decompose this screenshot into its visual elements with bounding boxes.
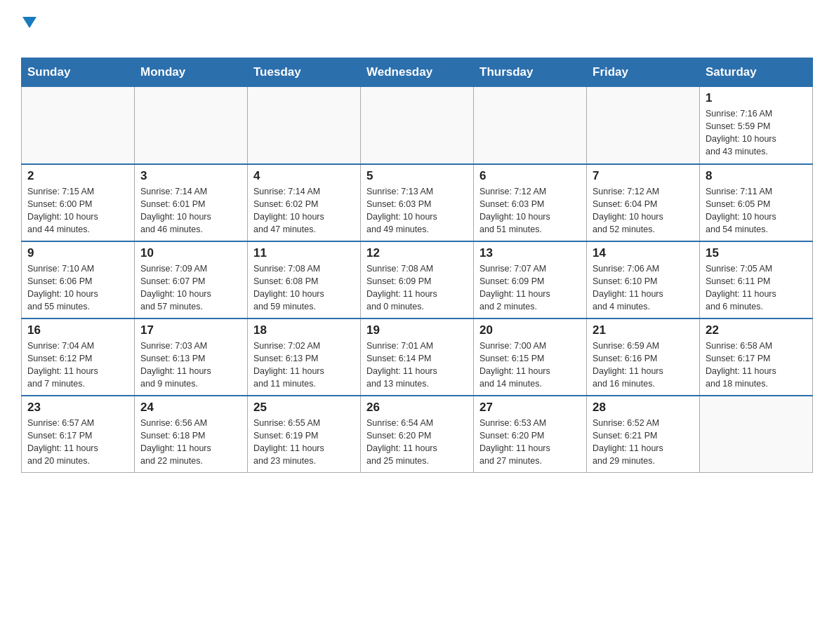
calendar-cell <box>587 87 700 164</box>
calendar-cell: 4Sunrise: 7:14 AMSunset: 6:02 PMDaylight… <box>248 164 361 241</box>
calendar-cell: 15Sunrise: 7:05 AMSunset: 6:11 PMDayligh… <box>700 241 813 318</box>
calendar-cell: 24Sunrise: 6:56 AMSunset: 6:18 PMDayligh… <box>135 396 248 473</box>
day-number: 20 <box>479 323 581 337</box>
calendar-cell: 11Sunrise: 7:08 AMSunset: 6:08 PMDayligh… <box>248 241 361 318</box>
day-info: Sunrise: 6:57 AMSunset: 6:17 PMDaylight:… <box>27 417 128 468</box>
day-info: Sunrise: 7:11 AMSunset: 6:05 PMDaylight:… <box>706 185 807 236</box>
calendar-cell: 16Sunrise: 7:04 AMSunset: 6:12 PMDayligh… <box>22 318 135 396</box>
calendar-cell: 14Sunrise: 7:06 AMSunset: 6:10 PMDayligh… <box>587 241 700 318</box>
day-info: Sunrise: 6:55 AMSunset: 6:19 PMDaylight:… <box>253 417 355 468</box>
calendar-cell: 19Sunrise: 7:01 AMSunset: 6:14 PMDayligh… <box>361 318 474 396</box>
day-number: 21 <box>593 323 694 337</box>
day-number: 22 <box>706 323 807 337</box>
day-number: 15 <box>706 246 807 260</box>
day-number: 3 <box>140 169 241 183</box>
calendar-cell: 21Sunrise: 6:59 AMSunset: 6:16 PMDayligh… <box>587 318 700 396</box>
calendar-cell: 3Sunrise: 7:14 AMSunset: 6:01 PMDaylight… <box>135 164 248 241</box>
calendar-week-row: 1Sunrise: 7:16 AMSunset: 5:59 PMDaylight… <box>22 87 813 164</box>
calendar-cell <box>474 87 587 164</box>
weekday-header-friday: Friday <box>587 58 700 87</box>
day-info: Sunrise: 7:09 AMSunset: 6:07 PMDaylight:… <box>140 262 241 314</box>
day-number: 12 <box>366 246 468 260</box>
calendar-cell: 6Sunrise: 7:12 AMSunset: 6:03 PMDaylight… <box>474 164 587 241</box>
day-info: Sunrise: 6:53 AMSunset: 6:20 PMDaylight:… <box>479 417 581 468</box>
day-info: Sunrise: 7:14 AMSunset: 6:02 PMDaylight:… <box>253 185 355 236</box>
calendar-cell: 26Sunrise: 6:54 AMSunset: 6:20 PMDayligh… <box>361 396 474 473</box>
calendar-cell: 23Sunrise: 6:57 AMSunset: 6:17 PMDayligh… <box>22 396 135 473</box>
day-number: 27 <box>479 401 581 415</box>
day-number: 4 <box>253 169 355 183</box>
day-info: Sunrise: 7:00 AMSunset: 6:15 PMDaylight:… <box>479 340 581 391</box>
calendar-cell: 17Sunrise: 7:03 AMSunset: 6:13 PMDayligh… <box>135 318 248 396</box>
weekday-header-tuesday: Tuesday <box>248 58 361 87</box>
day-info: Sunrise: 7:06 AMSunset: 6:10 PMDaylight:… <box>593 262 694 314</box>
weekday-header-sunday: Sunday <box>22 58 135 87</box>
day-number: 2 <box>27 169 128 183</box>
calendar-cell: 13Sunrise: 7:07 AMSunset: 6:09 PMDayligh… <box>474 241 587 318</box>
day-number: 6 <box>479 169 581 183</box>
calendar-week-row: 23Sunrise: 6:57 AMSunset: 6:17 PMDayligh… <box>22 396 813 473</box>
day-number: 26 <box>366 401 468 415</box>
calendar-cell <box>700 396 813 473</box>
day-info: Sunrise: 7:08 AMSunset: 6:08 PMDaylight:… <box>253 262 355 314</box>
calendar-cell: 8Sunrise: 7:11 AMSunset: 6:05 PMDaylight… <box>700 164 813 241</box>
calendar-cell <box>22 87 135 164</box>
day-info: Sunrise: 6:58 AMSunset: 6:17 PMDaylight:… <box>706 340 807 391</box>
logo-arrow-icon <box>22 17 37 28</box>
calendar-table: SundayMondayTuesdayWednesdayThursdayFrid… <box>21 58 813 473</box>
day-info: Sunrise: 7:12 AMSunset: 6:04 PMDaylight:… <box>593 185 694 236</box>
calendar-cell: 5Sunrise: 7:13 AMSunset: 6:03 PMDaylight… <box>361 164 474 241</box>
day-number: 9 <box>27 246 128 260</box>
day-info: Sunrise: 7:08 AMSunset: 6:09 PMDaylight:… <box>366 262 468 314</box>
weekday-header-monday: Monday <box>135 58 248 87</box>
day-info: Sunrise: 7:01 AMSunset: 6:14 PMDaylight:… <box>366 340 468 391</box>
day-number: 10 <box>140 246 241 260</box>
header <box>21 14 813 51</box>
calendar-cell <box>135 87 248 164</box>
day-info: Sunrise: 7:02 AMSunset: 6:13 PMDaylight:… <box>253 340 355 391</box>
day-info: Sunrise: 6:59 AMSunset: 6:16 PMDaylight:… <box>593 340 694 391</box>
calendar-cell: 9Sunrise: 7:10 AMSunset: 6:06 PMDaylight… <box>22 241 135 318</box>
day-number: 11 <box>253 246 355 260</box>
calendar-cell: 10Sunrise: 7:09 AMSunset: 6:07 PMDayligh… <box>135 241 248 318</box>
day-number: 18 <box>253 323 355 337</box>
day-info: Sunrise: 7:05 AMSunset: 6:11 PMDaylight:… <box>706 262 807 314</box>
calendar-cell: 27Sunrise: 6:53 AMSunset: 6:20 PMDayligh… <box>474 396 587 473</box>
day-info: Sunrise: 7:10 AMSunset: 6:06 PMDaylight:… <box>27 262 128 314</box>
calendar-cell: 2Sunrise: 7:15 AMSunset: 6:00 PMDaylight… <box>22 164 135 241</box>
day-number: 16 <box>27 323 128 337</box>
calendar-cell: 18Sunrise: 7:02 AMSunset: 6:13 PMDayligh… <box>248 318 361 396</box>
day-info: Sunrise: 7:03 AMSunset: 6:13 PMDaylight:… <box>140 340 241 391</box>
calendar-cell: 22Sunrise: 6:58 AMSunset: 6:17 PMDayligh… <box>700 318 813 396</box>
logo <box>21 14 37 51</box>
weekday-header-saturday: Saturday <box>700 58 813 87</box>
day-info: Sunrise: 7:15 AMSunset: 6:00 PMDaylight:… <box>27 185 128 236</box>
weekday-header-wednesday: Wednesday <box>361 58 474 87</box>
calendar-cell: 20Sunrise: 7:00 AMSunset: 6:15 PMDayligh… <box>474 318 587 396</box>
day-info: Sunrise: 7:12 AMSunset: 6:03 PMDaylight:… <box>479 185 581 236</box>
day-number: 14 <box>593 246 694 260</box>
day-number: 28 <box>593 401 694 415</box>
day-number: 24 <box>140 401 241 415</box>
calendar-cell <box>248 87 361 164</box>
weekday-header-thursday: Thursday <box>474 58 587 87</box>
day-number: 13 <box>479 246 581 260</box>
calendar-week-row: 9Sunrise: 7:10 AMSunset: 6:06 PMDaylight… <box>22 241 813 318</box>
day-info: Sunrise: 7:07 AMSunset: 6:09 PMDaylight:… <box>479 262 581 314</box>
day-number: 1 <box>706 91 807 105</box>
day-info: Sunrise: 7:04 AMSunset: 6:12 PMDaylight:… <box>27 340 128 391</box>
calendar-cell: 1Sunrise: 7:16 AMSunset: 5:59 PMDaylight… <box>700 87 813 164</box>
weekday-header-row: SundayMondayTuesdayWednesdayThursdayFrid… <box>22 58 813 87</box>
calendar-week-row: 16Sunrise: 7:04 AMSunset: 6:12 PMDayligh… <box>22 318 813 396</box>
calendar-cell: 25Sunrise: 6:55 AMSunset: 6:19 PMDayligh… <box>248 396 361 473</box>
day-info: Sunrise: 7:14 AMSunset: 6:01 PMDaylight:… <box>140 185 241 236</box>
calendar-week-row: 2Sunrise: 7:15 AMSunset: 6:00 PMDaylight… <box>22 164 813 241</box>
day-number: 8 <box>706 169 807 183</box>
day-info: Sunrise: 6:52 AMSunset: 6:21 PMDaylight:… <box>593 417 694 468</box>
day-number: 19 <box>366 323 468 337</box>
day-info: Sunrise: 6:56 AMSunset: 6:18 PMDaylight:… <box>140 417 241 468</box>
day-info: Sunrise: 7:13 AMSunset: 6:03 PMDaylight:… <box>366 185 468 236</box>
day-number: 5 <box>366 169 468 183</box>
day-number: 17 <box>140 323 241 337</box>
day-number: 25 <box>253 401 355 415</box>
